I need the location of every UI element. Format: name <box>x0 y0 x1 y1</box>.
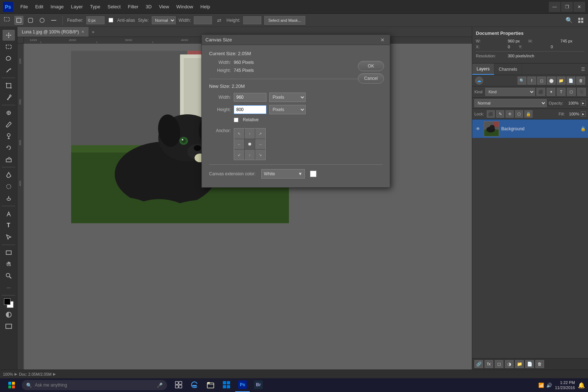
add-layer-style-btn[interactable]: f <box>527 77 536 85</box>
anchor-top-right[interactable]: ↗ <box>255 128 265 139</box>
minimize-button[interactable]: — <box>549 2 560 12</box>
quick-mask-btn[interactable] <box>3 309 15 320</box>
history-brush-tool[interactable] <box>3 142 15 153</box>
menu-select[interactable]: Select <box>104 3 124 11</box>
hand-tool[interactable] <box>3 259 15 270</box>
anchor-top-center[interactable]: ↑ <box>245 128 255 139</box>
brush-tool[interactable] <box>3 119 15 130</box>
close-button[interactable]: ✕ <box>573 2 585 12</box>
anchor-middle-left[interactable]: ← <box>234 139 244 149</box>
search-icon[interactable]: 🔍 <box>565 16 573 25</box>
width-input[interactable] <box>194 16 212 24</box>
channels-tab[interactable]: Channels <box>494 64 522 75</box>
lock-artboard-btn[interactable]: ⬡ <box>515 110 523 118</box>
search-layers-btn[interactable]: 🔍 <box>518 77 526 85</box>
adjustment-layer-btn[interactable]: ⬤ <box>547 77 556 85</box>
height-input[interactable] <box>243 16 261 24</box>
tool-option-rect[interactable] <box>15 16 23 25</box>
lock-pixels-btn[interactable]: ⬛ <box>487 110 495 118</box>
taskbar-app-edge[interactable] <box>187 378 202 392</box>
menu-image[interactable]: Image <box>47 3 67 11</box>
width-unit-select[interactable]: Pixels <box>269 93 306 102</box>
swap-icon[interactable]: ⇄ <box>215 16 224 25</box>
dodge-tool[interactable] <box>3 193 15 204</box>
menu-view[interactable]: View <box>155 3 173 11</box>
new-fill-layer-btn[interactable]: ◑ <box>505 360 514 368</box>
anchor-top-left[interactable]: ↖ <box>234 128 244 139</box>
delete-layer-btn[interactable]: 🗑 <box>576 77 585 85</box>
eraser-tool[interactable] <box>3 154 15 165</box>
canvas-ext-color-swatch[interactable] <box>310 171 317 177</box>
anchor-bottom-left[interactable]: ↙ <box>234 150 244 160</box>
taskbar-app-store[interactable] <box>219 378 234 392</box>
style-select[interactable]: Normal <box>152 16 176 24</box>
opacity-scrubber[interactable]: ▸ <box>581 101 586 106</box>
dialog-close-button[interactable]: ✕ <box>379 36 386 44</box>
rectangle-shape-tool[interactable] <box>3 247 15 258</box>
anchor-middle-right[interactable]: → <box>255 139 265 149</box>
move-tool[interactable] <box>3 30 15 41</box>
search-bar[interactable]: 🔍 Ask me anything 🎤 <box>22 380 167 390</box>
pen-tool[interactable] <box>3 208 15 219</box>
blur-tool[interactable] <box>3 181 15 192</box>
layer-effects-btn[interactable]: fx <box>485 360 493 368</box>
height-unit-select[interactable]: Pixels <box>269 105 306 114</box>
start-button[interactable] <box>3 378 20 392</box>
notification-icon[interactable]: 🔔 <box>578 382 585 389</box>
layer-item-background[interactable]: 👁 Background 🔒 <box>472 119 588 138</box>
menu-help[interactable]: Help <box>197 3 214 11</box>
taskbar-app-photoshop[interactable]: Ps <box>235 378 250 392</box>
menu-3d[interactable]: 3D <box>142 3 155 11</box>
new-group-btn[interactable]: 📁 <box>515 360 524 368</box>
menu-edit[interactable]: Edit <box>32 3 47 11</box>
layout-icon[interactable] <box>576 16 585 25</box>
lock-move-btn[interactable]: ✛ <box>506 110 514 118</box>
menu-window[interactable]: Window <box>173 3 197 11</box>
kind-select[interactable]: Kind <box>485 88 535 96</box>
text-tool[interactable]: T <box>3 220 15 231</box>
taskbar-app-taskview[interactable] <box>171 378 186 392</box>
menu-type[interactable]: Type <box>86 3 104 11</box>
paint-bucket-tool[interactable] <box>3 170 15 180</box>
menu-file[interactable]: File <box>17 3 32 11</box>
network-icon[interactable]: 📶 <box>538 383 544 388</box>
blend-mode-select[interactable]: Normal <box>474 99 547 107</box>
shape-filter-btn[interactable]: ⬡ <box>567 88 576 96</box>
eyedropper-tool[interactable] <box>3 92 15 103</box>
zoom-tool[interactable] <box>3 270 15 281</box>
lasso-tool[interactable] <box>3 53 15 64</box>
new-layer-btn[interactable]: 📄 <box>567 77 575 85</box>
marquee-tool[interactable] <box>3 41 15 52</box>
add-mask-footer-btn[interactable]: ◻ <box>495 360 503 368</box>
tool-option-ellipse[interactable] <box>38 16 46 25</box>
menu-layer[interactable]: Layer <box>68 3 87 11</box>
color-swatch[interactable] <box>3 298 15 309</box>
anti-alias-checkbox[interactable] <box>109 18 113 23</box>
document-tab[interactable]: Luna 1.jpg @ 100% (RGB/8*) ✕ <box>17 27 89 37</box>
volume-icon[interactable]: 🔊 <box>546 383 552 388</box>
extras-tool[interactable]: ··· <box>3 282 15 293</box>
lock-position-btn[interactable]: ✎ <box>496 110 504 118</box>
new-layer-footer-btn[interactable]: 📄 <box>525 360 534 368</box>
delete-layer-footer-btn[interactable]: 🗑 <box>535 360 544 368</box>
maximize-button[interactable]: ❐ <box>561 2 573 12</box>
smartobj-filter-btn[interactable]: 🎥 <box>577 88 586 96</box>
screen-mode-btn[interactable] <box>3 321 15 332</box>
tab-close-button[interactable]: ✕ <box>81 30 84 34</box>
microphone-icon[interactable]: 🎤 <box>157 383 163 388</box>
taskbar-clock[interactable]: 1:22 PM 11/23/2016 <box>555 380 575 391</box>
taskbar-app-bridge[interactable]: Br <box>251 378 266 392</box>
taskbar-app-explorer[interactable] <box>203 378 218 392</box>
cloud-sync-icon[interactable]: ☁ <box>475 77 483 85</box>
canvas-ext-color-dropdown[interactable]: White ▼ <box>261 169 305 179</box>
cancel-button[interactable]: Cancel <box>358 73 384 83</box>
ok-button[interactable]: OK <box>358 61 384 71</box>
layer-visibility-toggle[interactable]: 👁 <box>474 126 482 131</box>
new-height-input[interactable] <box>234 105 266 114</box>
link-layers-btn[interactable]: 🔗 <box>474 360 483 368</box>
layers-menu-icon[interactable]: ☰ <box>578 67 588 72</box>
path-selection-tool[interactable] <box>3 232 15 242</box>
clone-stamp-tool[interactable] <box>3 131 15 142</box>
collapse-panel-icon[interactable]: » <box>89 27 98 37</box>
group-layers-btn[interactable]: 📁 <box>557 77 565 85</box>
